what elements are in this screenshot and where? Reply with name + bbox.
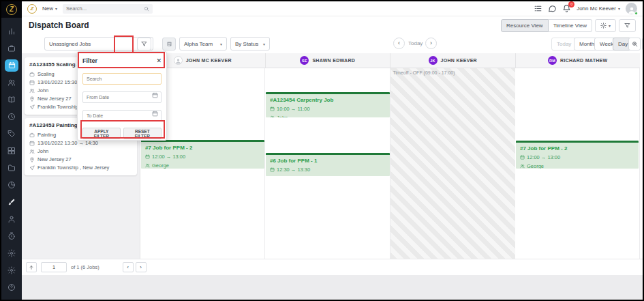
event-card[interactable]: #6 Job for PPM - 1 12:30 → 13:30 George — [266, 153, 390, 176]
notification-badge: 0 — [568, 1, 574, 8]
board-icon — [166, 41, 172, 47]
dispatch-board-icon — [8, 61, 16, 69]
calendar-icon — [145, 154, 150, 159]
calendar-icon — [270, 106, 275, 111]
quotes-icon — [7, 130, 16, 138]
zoom-in-button[interactable] — [628, 38, 641, 51]
filter-popup: Filter ✕ APPLY FILTER RESET FILTER — [77, 51, 167, 141]
chevron-down-icon: ▾ — [609, 23, 611, 28]
chevron-down-icon: ▾ — [55, 6, 57, 11]
user-avatar[interactable] — [626, 3, 637, 14]
funnel-icon — [141, 41, 147, 47]
sidebar-item-teams[interactable] — [1, 210, 22, 227]
nav-today-label[interactable]: Today — [408, 40, 423, 46]
apply-filter-button[interactable]: APPLY FILTER — [82, 128, 121, 139]
users-icon — [29, 88, 35, 94]
notifications-button[interactable]: 0 — [562, 4, 571, 13]
resource-avatar: JK — [429, 56, 438, 65]
brand-logo[interactable]: Z — [1, 1, 22, 18]
toolbar: Unassigned Jobs ▾ Alpha Team ▾ By Status… — [22, 34, 643, 53]
next-page-button[interactable]: › — [136, 262, 147, 272]
unassigned-filter-button[interactable] — [137, 38, 151, 51]
sidebar-item-services[interactable] — [1, 193, 22, 210]
pin-icon — [29, 157, 35, 162]
search-input[interactable] — [66, 5, 141, 12]
pagination-bar: of 1 (6 Jobs) ‹ › — [22, 259, 643, 275]
files-icon — [7, 164, 16, 172]
collapse-panel-button[interactable] — [26, 262, 37, 272]
dashboard-icon — [7, 27, 16, 35]
event-card[interactable]: #7 Job for PPM - 2 12:00 → 13:00 George — [516, 141, 639, 169]
page-header: Dispatch Board Resource View Timeline Vi… — [22, 16, 643, 34]
sidebar-item-jobs[interactable] — [1, 40, 22, 57]
funnel-icon — [624, 23, 630, 29]
event-card[interactable]: #7 Job for PPM - 2 12:00 → 13:00 George — [141, 140, 264, 169]
sidebar-item-settings[interactable] — [1, 244, 22, 261]
sidebar-item-reports[interactable] — [1, 176, 22, 193]
apps-menu-button[interactable] — [534, 4, 542, 13]
navigation-icon — [29, 104, 35, 110]
close-icon[interactable]: ✕ — [156, 57, 162, 64]
schedule-grid: Timeoff - OFF (09:00 - 17:00) #A123454 C… — [140, 68, 640, 259]
resource-view-button[interactable]: Resource View — [501, 19, 549, 32]
reset-filter-button[interactable]: RESET FILTER — [123, 128, 162, 139]
invoices-icon — [7, 147, 16, 155]
team-select[interactable]: Alpha Team ▾ — [179, 37, 227, 51]
prev-page-button[interactable]: ‹ — [123, 262, 134, 272]
search-icon — [144, 6, 149, 12]
gear-icon — [600, 23, 607, 29]
services-icon — [7, 198, 16, 206]
from-date-input[interactable] — [82, 91, 162, 103]
range-today-button[interactable]: Today — [551, 38, 577, 51]
calendar-icon — [270, 167, 275, 172]
timeline-view-button[interactable]: Timeline View — [549, 19, 592, 32]
page-input[interactable] — [41, 262, 67, 272]
resource-name: SHAWN EDWARD — [312, 58, 355, 63]
arrow-up-icon — [29, 265, 34, 270]
sidebar-item-invoices[interactable] — [1, 142, 22, 159]
filter-search-input[interactable] — [82, 73, 162, 85]
new-button[interactable]: New ▾ — [42, 5, 57, 12]
event-card[interactable]: #A123454 Carpentry Job 10:00 → 11:00 Joh… — [266, 92, 390, 117]
job-type: Scaling — [37, 71, 55, 77]
board-settings-button[interactable]: ▾ — [595, 19, 616, 32]
navigation-icon — [29, 165, 35, 171]
prev-day-button[interactable]: ‹ — [393, 38, 405, 49]
sidebar-item-preferences[interactable] — [1, 261, 22, 278]
board-toggle-button[interactable] — [162, 38, 176, 51]
to-date-input[interactable] — [82, 110, 162, 121]
filter-from-date-field — [82, 89, 162, 103]
user-menu[interactable]: John Mc Keever ▾ — [577, 5, 620, 12]
chevron-down-icon: ▾ — [263, 42, 265, 46]
event-title: #7 Job for PPM - 2 — [145, 145, 260, 151]
chat-button[interactable] — [548, 4, 557, 13]
sidebar-item-timeoff[interactable] — [1, 227, 22, 244]
board-filter-button[interactable] — [619, 19, 636, 32]
brand-logo-icon: Z — [6, 4, 17, 15]
sidebar-item-quotes[interactable] — [1, 125, 22, 142]
user-name: John Mc Keever — [577, 5, 616, 12]
chevron-down-icon: ▾ — [220, 42, 222, 46]
sidebar-item-help[interactable] — [1, 278, 22, 296]
sidebar-item-timesheet[interactable] — [1, 108, 22, 125]
next-day-button[interactable]: › — [425, 38, 437, 49]
sidebar-item-dispatch-board[interactable] — [1, 57, 22, 74]
sidebar-nav — [1, 18, 22, 296]
job-type: Painting — [37, 132, 56, 138]
status-select[interactable]: By Status ▾ — [230, 37, 270, 51]
app-window: Z Z New ▾ — [0, 0, 644, 301]
chat-icon — [548, 4, 557, 13]
sidebar-item-docs[interactable] — [1, 91, 22, 108]
event-assignee: George — [527, 163, 544, 169]
sidebar-item-dashboard[interactable] — [1, 23, 22, 40]
topbar-logo[interactable]: Z — [27, 4, 37, 14]
briefcase-icon — [29, 132, 35, 138]
chevron-down-icon: ▾ — [618, 6, 620, 11]
customers-icon — [7, 78, 16, 87]
calendar-icon — [29, 80, 35, 85]
event-time: 10:00 → 11:00 — [277, 106, 310, 112]
sidebar-item-files[interactable] — [1, 159, 22, 176]
pin-icon — [29, 96, 35, 102]
job-assignee: John — [37, 87, 48, 94]
sidebar-item-customers[interactable] — [1, 74, 22, 91]
